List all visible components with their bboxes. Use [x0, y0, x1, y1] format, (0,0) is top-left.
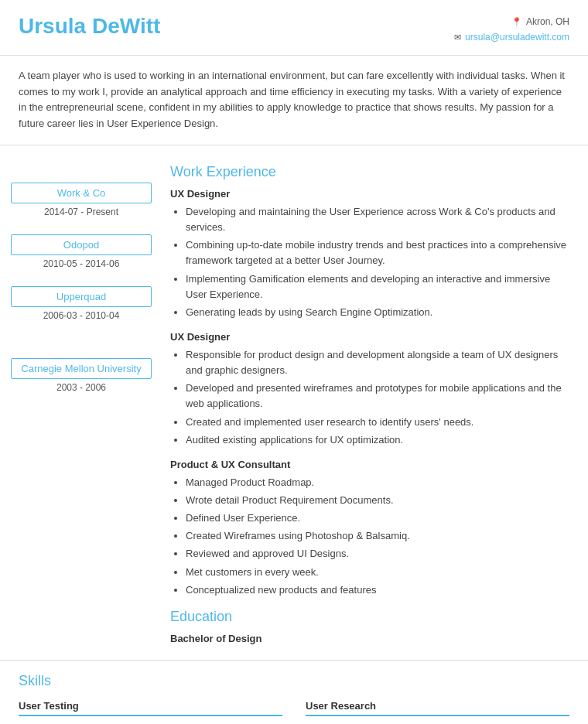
- list-item: Created Wireframes using Photoshop & Bal…: [186, 528, 573, 544]
- list-item: Defined User Experience.: [186, 511, 573, 526]
- skill-block-user-testing: User Testing Expert in conducting accura…: [19, 700, 282, 724]
- list-item: Met customers in every week.: [186, 565, 573, 580]
- summary-text: A team player who is used to working in …: [19, 68, 569, 132]
- summary-section: A team player who is used to working in …: [0, 56, 588, 145]
- list-item: Audited existing applications for UX opt…: [186, 432, 573, 448]
- job-2-bullets: Responsible for product design and devel…: [170, 347, 573, 448]
- education-section: Education Bachelor of Design: [170, 609, 573, 644]
- sidebar-company-label: Upperquad: [11, 286, 152, 307]
- sidebar-company-workco: Work & Co 2014-07 - Present: [11, 183, 152, 217]
- sidebar-company-cmu: Carnegie Mellon University 2003 - 2006: [11, 358, 152, 393]
- sidebar: Work & Co 2014-07 - Present Odopod 2010-…: [0, 145, 162, 660]
- job-3: Product & UX Consultant Managed Product …: [170, 459, 573, 598]
- skill-title-user-testing: User Testing: [19, 700, 282, 716]
- sidebar-company-label: Odopod: [11, 234, 152, 255]
- job-1: UX Designer Developing and maintaining t…: [170, 188, 573, 320]
- list-item: Developing and maintaining the User Expe…: [186, 204, 573, 235]
- list-item: Managed Product Roadmap.: [186, 475, 573, 490]
- job-2: UX Designer Responsible for product desi…: [170, 331, 573, 448]
- edu-degree: Bachelor of Design: [170, 633, 573, 644]
- location-line: Akron, OH: [454, 14, 569, 29]
- sidebar-date-odopod: 2010-05 - 2014-06: [11, 258, 152, 269]
- sidebar-date-cmu: 2003 - 2006: [11, 382, 152, 393]
- list-item: Created and implemented user research to…: [186, 415, 573, 430]
- list-item: Reviewed and approved UI Designs.: [186, 546, 573, 562]
- location-text: Akron, OH: [526, 14, 569, 29]
- list-item: Responsible for product design and devel…: [186, 347, 573, 378]
- list-item: Implementing Gamification elements and d…: [186, 272, 573, 302]
- header: Ursula DeWitt Akron, OH ursula@ursuladew…: [0, 0, 588, 56]
- sidebar-date-workco: 2014-07 - Present: [11, 207, 152, 217]
- job-1-bullets: Developing and maintaining the User Expe…: [170, 204, 573, 320]
- education-title: Education: [170, 609, 573, 625]
- job-3-bullets: Managed Product Roadmap. Wrote detail Pr…: [170, 475, 573, 598]
- skill-bullets-user-testing: Expert in conducting accurate surveys. H…: [19, 721, 282, 724]
- sidebar-company-upperquad: Upperquad 2006-03 - 2010-04: [11, 286, 152, 321]
- sidebar-date-upperquad: 2006-03 - 2010-04: [11, 310, 152, 321]
- list-item: Developed and presented wireframes and p…: [186, 381, 573, 412]
- job-1-title: UX Designer: [170, 188, 573, 200]
- sidebar-edu-label: Carnegie Mellon University: [11, 358, 152, 379]
- work-experience-title: Work Experience: [170, 164, 573, 180]
- list-item: Generating leads by using Search Engine …: [186, 305, 573, 320]
- main-layout: Work & Co 2014-07 - Present Odopod 2010-…: [0, 145, 588, 660]
- list-item: Combining up-to-date mobile industry tre…: [186, 237, 573, 268]
- list-item: Expert in conducting accurate surveys.: [32, 721, 282, 724]
- skill-title-user-research: User Research: [306, 700, 569, 716]
- skills-title: Skills: [19, 673, 569, 689]
- pin-icon: [511, 15, 522, 29]
- skill-bullets-user-research: Hands-on experience with User Research t…: [306, 721, 569, 724]
- header-name: Ursula DeWitt: [19, 14, 160, 39]
- header-contact: Akron, OH ursula@ursuladewitt.com: [454, 14, 569, 46]
- sidebar-company-label: Work & Co: [11, 183, 152, 203]
- job-2-title: UX Designer: [170, 331, 573, 343]
- job-3-title: Product & UX Consultant: [170, 459, 573, 470]
- mail-icon: [454, 30, 461, 45]
- skills-grid: User Testing Expert in conducting accura…: [19, 700, 569, 724]
- skill-block-user-research: User Research Hands-on experience with U…: [306, 700, 569, 724]
- skills-section: Skills User Testing Expert in conducting…: [0, 660, 588, 724]
- sidebar-company-odopod: Odopod 2010-05 - 2014-06: [11, 234, 152, 269]
- list-item: Conceptualized new products and features: [186, 582, 573, 598]
- list-item: Wrote detail Product Requirement Documen…: [186, 493, 573, 508]
- email-link[interactable]: ursula@ursuladewitt.com: [465, 29, 569, 45]
- email-line: ursula@ursuladewitt.com: [454, 29, 569, 45]
- main-content: Work Experience UX Designer Developing a…: [162, 145, 588, 660]
- list-item: Hands-on experience with User Research t…: [320, 721, 569, 724]
